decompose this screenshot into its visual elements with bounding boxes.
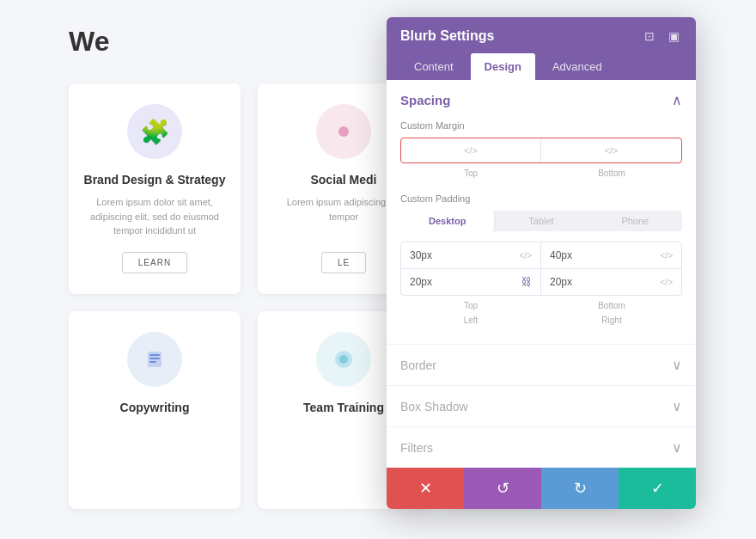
margin-label-bottom: Bottom [541, 167, 682, 180]
padding-code-icon-bottom[interactable]: </> [661, 251, 673, 260]
custom-margin-grid: </> </> [400, 138, 682, 163]
margin-labels-row: Top Bottom [400, 167, 682, 180]
card-brand-design: 🧩 Brand Design & Strategy Lorem ipsum do… [69, 83, 241, 294]
padding-code-icon-top[interactable]: </> [520, 251, 532, 260]
card-icon-copy [127, 332, 182, 387]
padding-left-cell: 20px ⛓ [401, 269, 541, 295]
margin-top-bottom-cell: </> [401, 138, 541, 162]
card-title-social: Social Medi [310, 173, 376, 187]
panel-footer: ✕ ↺ ↻ ✓ [387, 468, 696, 509]
page-title: We [69, 26, 109, 58]
border-chevron-icon: ∨ [672, 357, 682, 373]
padding-bottom-value: 40px [550, 249, 572, 261]
margin-code-icon-right[interactable]: </> [605, 145, 619, 156]
padding-right-cell: 20px </> [541, 269, 681, 295]
border-section-title: Border [400, 358, 436, 372]
padding-tab-tablet[interactable]: Tablet [494, 211, 588, 231]
padding-code-icon-right[interactable]: </> [661, 278, 673, 287]
card-icon-puzzle: 🧩 [127, 104, 182, 159]
panel-tabs: Content Design Advanced [400, 53, 682, 80]
panel-title: Blurb Settings [400, 28, 494, 44]
svg-rect-5 [149, 361, 156, 363]
padding-device-tabs: Desktop Tablet Phone [400, 211, 682, 231]
box-shadow-section-header[interactable]: Box Shadow ∨ [387, 385, 696, 426]
card-title-copy: Copywriting [120, 401, 190, 414]
card-learn-btn-social[interactable]: LE [321, 252, 366, 273]
svg-rect-3 [149, 354, 160, 356]
padding-labels-row: Top Bottom [400, 299, 682, 312]
padding-tab-desktop[interactable]: Desktop [400, 211, 494, 231]
panel-title-icons: ⊡ ▣ [641, 28, 682, 45]
box-shadow-section-title: Box Shadow [400, 400, 468, 413]
padding-right-value: 20px [550, 276, 572, 288]
card-title-brand: Brand Design & Strategy [84, 173, 226, 187]
padding-bottom-cell: 40px </> [541, 242, 681, 269]
padding-labels-row2: Left Right [400, 314, 682, 327]
padding-label-top: Top [400, 299, 541, 312]
padding-link-icon[interactable]: ⛓ [521, 276, 532, 288]
panel-title-row: Blurb Settings ⊡ ▣ [400, 28, 682, 45]
custom-padding-label: Custom Padding [400, 193, 682, 204]
blurb-settings-panel: Blurb Settings ⊡ ▣ Content Design Advanc… [387, 17, 696, 509]
filters-chevron-icon: ∨ [672, 439, 682, 456]
svg-rect-4 [149, 358, 160, 359]
margin-code-icon-left[interactable]: </> [464, 145, 478, 156]
card-learn-btn-brand[interactable]: LEARN [122, 252, 187, 273]
undo-button[interactable]: ↺ [464, 468, 541, 509]
padding-label-left: Left [400, 314, 541, 327]
card-icon-team [316, 332, 371, 387]
padding-tab-phone[interactable]: Phone [588, 211, 682, 231]
padding-left-value: 20px [410, 276, 432, 288]
spacing-section-title: Spacing [400, 93, 450, 107]
padding-label-right: Right [541, 314, 682, 327]
tab-design[interactable]: Design [471, 53, 535, 80]
padding-top-cell: 30px </> [401, 242, 541, 269]
border-section-header[interactable]: Border ∨ [387, 344, 696, 385]
card-title-team: Team Training [303, 401, 384, 414]
spacing-chevron-icon: ∧ [672, 92, 682, 108]
padding-label-bottom: Bottom [541, 299, 682, 312]
svg-point-7 [339, 355, 348, 364]
cancel-button[interactable]: ✕ [387, 468, 464, 509]
filters-section-title: Filters [400, 441, 433, 455]
custom-padding-grid: 30px </> 40px </> 20px ⛓ 20px </> [400, 242, 682, 296]
panel-header: Blurb Settings ⊡ ▣ Content Design Advanc… [387, 17, 696, 80]
tab-advanced[interactable]: Advanced [539, 53, 616, 80]
margin-label-top: Top [400, 167, 541, 180]
card-icon-social [316, 104, 371, 159]
svg-point-1 [338, 126, 349, 137]
redo-button[interactable]: ↻ [541, 468, 619, 509]
spacing-section-header[interactable]: Spacing ∧ [387, 80, 696, 120]
panel-screenshot-icon[interactable]: ⊡ [641, 28, 658, 45]
card-text-brand: Lorem ipsum dolor sit amet, adipiscing e… [82, 195, 227, 238]
custom-margin-label: Custom Margin [400, 120, 682, 131]
tab-content[interactable]: Content [400, 53, 467, 80]
panel-resize-icon[interactable]: ▣ [665, 28, 682, 45]
spacing-section-content: Custom Margin </> </> Top Bottom Custom … [387, 120, 696, 344]
margin-left-right-cell: </> [541, 138, 681, 162]
panel-body: Spacing ∧ Custom Margin </> </> Top Bott… [387, 80, 696, 468]
box-shadow-chevron-icon: ∨ [672, 398, 682, 414]
filters-section-header[interactable]: Filters ∨ [387, 426, 696, 468]
padding-top-value: 30px [410, 249, 432, 261]
card-copywriting: Copywriting [69, 311, 241, 509]
save-button[interactable]: ✓ [619, 468, 696, 509]
